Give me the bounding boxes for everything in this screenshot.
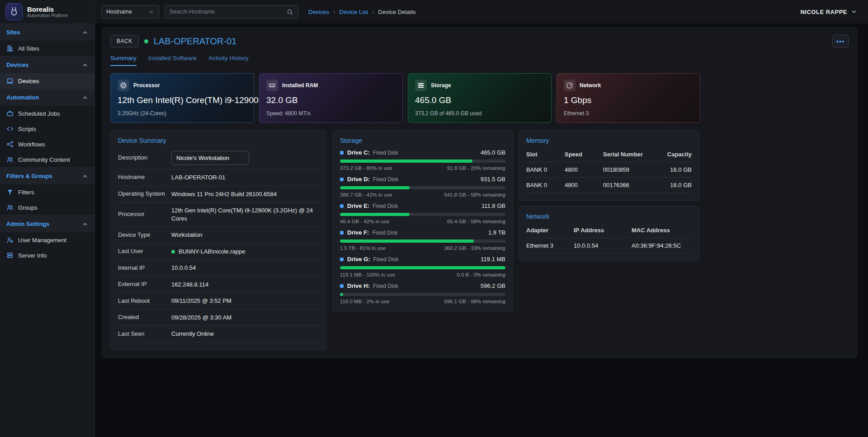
section-header-automation[interactable]: Automation xyxy=(0,89,94,106)
stat-card-value: 1 Gbps xyxy=(564,95,693,105)
drive-type: Fixed Disk xyxy=(373,176,398,183)
search-icon[interactable] xyxy=(287,9,293,15)
column-header: Adapter xyxy=(526,227,574,234)
search-field-selector[interactable]: Hostname xyxy=(101,5,159,19)
memory-panel-title: Memory xyxy=(526,137,692,144)
more-options-button[interactable]: ••• xyxy=(832,35,849,47)
scripts-icon xyxy=(6,125,14,132)
scheduled-jobs-icon xyxy=(6,110,14,117)
topbar: Hostname Devices › Device List › Device … xyxy=(95,0,868,23)
stat-card-caption: Speed: 4800 MT/s xyxy=(266,110,396,117)
drive-usage-bar xyxy=(340,266,505,269)
section-header-admin-settings[interactable]: Admin Settings xyxy=(0,215,94,232)
sidebar-item-server-info[interactable]: Server Info xyxy=(0,248,94,263)
network-panel: Network Adapter IP Address MAC Address E… xyxy=(519,206,699,261)
detail-columns: Device Summary Description Hostname LAB-… xyxy=(110,130,849,350)
tab-summary[interactable]: Summary xyxy=(110,55,137,66)
user-management-icon xyxy=(6,236,14,244)
breadcrumb-devices[interactable]: Devices xyxy=(308,9,329,15)
drive-row-f: Drive F: Fixed Disk 1.9 TB 1.5 TB - 81% … xyxy=(340,229,505,251)
sidebar-item-label: Devices xyxy=(18,78,39,85)
summary-value: 09/28/2025 @ 3:30 AM xyxy=(171,314,231,322)
drive-remaining: 65.4 GB - 58% remaining xyxy=(447,219,505,224)
stat-card-label: Installed RAM xyxy=(282,82,318,89)
summary-value: Currently Online xyxy=(171,330,214,338)
section-label: Filters & Groups xyxy=(6,173,52,179)
description-input[interactable] xyxy=(171,151,249,165)
summary-label: Description xyxy=(118,154,171,162)
sidebar-item-scheduled-jobs[interactable]: Scheduled Jobs xyxy=(0,106,94,121)
stat-card-caption: 3.20GHz (24-Cores) xyxy=(118,110,247,117)
user-menu[interactable]: NICOLE RAPPE xyxy=(800,9,857,15)
drive-usage-fill xyxy=(340,240,474,243)
breadcrumb-device-list[interactable]: Device List xyxy=(340,9,368,15)
drive-type: Fixed Disk xyxy=(372,230,397,236)
chevron-up-icon xyxy=(82,29,88,36)
search-field-selector-value: Hostname xyxy=(106,9,132,15)
drive-remaining: 360.2 GB - 19% remaining xyxy=(444,245,505,251)
network-table-header: Adapter IP Address MAC Address xyxy=(526,223,692,238)
sidebar-item-filters[interactable]: Filters xyxy=(0,184,94,200)
memory-speed: 4800 xyxy=(565,166,603,173)
tab-activity-history[interactable]: Activity History xyxy=(208,55,249,66)
summary-value: Windows 11 Pro 24H2 Build 26100.6584 xyxy=(171,190,277,198)
chevron-down-icon xyxy=(148,9,154,15)
chevron-up-icon xyxy=(82,173,88,179)
logo: Borealis Automation Platform xyxy=(0,0,94,23)
memory-serial: 00180859 xyxy=(603,166,659,173)
storage-icon xyxy=(415,80,427,91)
drive-size: 1.9 TB xyxy=(488,229,505,236)
summary-label: External IP xyxy=(118,281,171,288)
drive-icon xyxy=(340,284,344,288)
summary-value: BUNNY-LAB\nicole.rappe xyxy=(179,248,245,256)
stat-card-value: 32.0 GB xyxy=(266,95,396,105)
drive-used: 46.4 GB - 42% in use xyxy=(340,219,389,224)
summary-label: Last Seen xyxy=(118,330,171,338)
section-label: Automation xyxy=(6,94,39,101)
summary-row: Operating System Windows 11 Pro 24H2 Bui… xyxy=(118,186,319,203)
network-icon xyxy=(564,80,576,91)
sidebar-item-all-sites[interactable]: All Sites xyxy=(0,41,94,56)
back-button[interactable]: BACK xyxy=(110,35,139,47)
stat-cards: Processor 12th Gen Intel(R) Core(TM) i9-… xyxy=(110,73,849,123)
sidebar-item-scripts[interactable]: Scripts xyxy=(0,121,94,136)
drive-usage-bar xyxy=(340,186,505,189)
drive-remaining: 0.0 B - 0% remaining xyxy=(457,272,505,277)
sidebar-item-groups[interactable]: Groups xyxy=(0,200,94,215)
summary-value: LAB-OPERATOR-01 xyxy=(171,174,225,182)
sidebar-item-community-content[interactable]: Community Content xyxy=(0,152,94,167)
drive-usage-bar xyxy=(340,213,505,216)
summary-value: 12th Gen Intel(R) Core(TM) i9-12900K (3.… xyxy=(171,207,319,222)
memory-slot: BANK 0 xyxy=(526,166,565,173)
stat-card-label: Network xyxy=(580,82,601,89)
drive-usage-bar xyxy=(340,160,505,163)
section-header-filters-groups[interactable]: Filters & Groups xyxy=(0,167,94,184)
server-info-icon xyxy=(6,252,14,259)
search-input[interactable] xyxy=(170,9,287,15)
device-header: BACK LAB-OPERATOR-01 ••• xyxy=(110,35,849,47)
summary-label: Hostname xyxy=(118,174,171,181)
sidebar-item-label: Server Info xyxy=(18,252,47,259)
breadcrumb-device-details: Device Details xyxy=(378,9,416,15)
stat-card-caption: Ethernet 3 xyxy=(564,110,693,117)
drive-used: 1.5 TB - 81% in use xyxy=(340,245,386,251)
sidebar-item-workflows[interactable]: Workflows xyxy=(0,136,94,152)
sidebar-nav: Sites All Sites Devices Devices Automati… xyxy=(0,23,94,263)
sidebar-item-devices[interactable]: Devices xyxy=(0,73,94,89)
summary-row: Created 09/28/2025 @ 3:30 AM xyxy=(118,310,319,326)
drive-remaining: 596.1 GB - 98% remaining xyxy=(444,299,505,304)
sidebar-item-user-management[interactable]: User Management xyxy=(0,232,94,248)
main-area: Hostname Devices › Device List › Device … xyxy=(95,0,868,437)
stat-card-value: 12th Gen Intel(R) Core(TM) i9-12900K xyxy=(118,95,247,105)
summary-row: Processor 12th Gen Intel(R) Core(TM) i9-… xyxy=(118,202,319,227)
memory-panel: Memory Slot Speed Serial Number Capacity… xyxy=(519,130,699,201)
sidebar: Borealis Automation Platform Sites All S… xyxy=(0,0,95,437)
stat-card-value: 465.0 GB xyxy=(415,95,544,105)
summary-row: Last Reboot 09/11/2025 @ 3:52 PM xyxy=(118,293,319,310)
section-header-devices[interactable]: Devices xyxy=(0,56,94,73)
memory-serial: 00176366 xyxy=(603,182,659,188)
tab-installed-software[interactable]: Installed Software xyxy=(148,55,197,66)
section-header-sites[interactable]: Sites xyxy=(0,23,94,41)
drive-icon xyxy=(340,204,344,208)
drive-type: Fixed Disk xyxy=(373,150,398,156)
